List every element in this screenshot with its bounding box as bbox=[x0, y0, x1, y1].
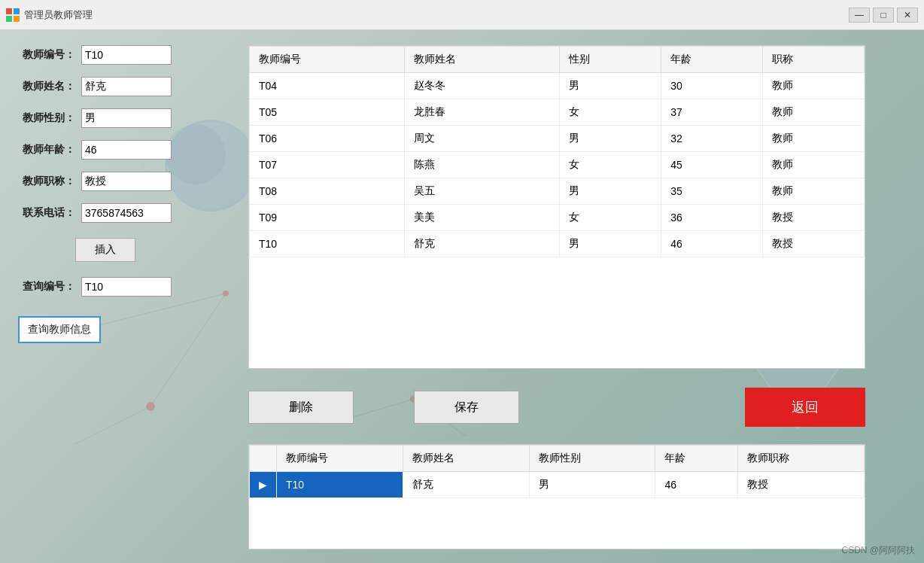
table-cell-name: 吴五 bbox=[405, 178, 560, 205]
teacher-age-label: 教师年龄： bbox=[15, 143, 75, 157]
minimize-button[interactable]: — bbox=[849, 8, 870, 23]
table-cell-age: 36 bbox=[661, 205, 763, 231]
teacher-name-input[interactable] bbox=[81, 77, 172, 96]
query-id-row: 查询编号： bbox=[15, 277, 226, 297]
query-cell-id: T10 bbox=[277, 472, 403, 498]
col-header-id: 教师编号 bbox=[250, 47, 405, 73]
query-cell-age: 46 bbox=[655, 472, 738, 498]
teacher-name-label: 教师姓名： bbox=[15, 80, 75, 93]
teacher-gender-row: 教师性别： bbox=[15, 108, 226, 128]
action-buttons: 删除 保存 返回 bbox=[248, 388, 865, 427]
table-cell-age: 32 bbox=[661, 126, 763, 152]
teacher-id-row: 教师编号： bbox=[15, 45, 226, 65]
query-cell-gender: 男 bbox=[529, 472, 655, 498]
save-button[interactable]: 保存 bbox=[414, 391, 519, 424]
table-cell-id: T06 bbox=[250, 126, 405, 152]
table-cell-name: 赵冬冬 bbox=[405, 73, 560, 99]
col-header-title: 职称 bbox=[763, 47, 865, 73]
query-cell-name: 舒克 bbox=[403, 472, 529, 498]
table-cell-id: T04 bbox=[250, 73, 405, 99]
watermark: CSDN @阿阿阿扶 bbox=[841, 544, 915, 557]
table-row[interactable]: T08吴五男35教师 bbox=[250, 178, 865, 205]
main-table-body: T04赵冬冬男30教师T05龙胜春女37教师T06周文男32教师T07陈燕女45… bbox=[250, 73, 865, 257]
table-row[interactable]: T10舒克男46教授 bbox=[250, 231, 865, 257]
maximize-button[interactable]: □ bbox=[873, 8, 894, 23]
main-data-table: 教师编号 教师姓名 性别 年龄 职称 T04赵冬冬男30教师T05龙胜春女37教… bbox=[249, 46, 865, 257]
row-indicator: ▶ bbox=[250, 472, 277, 498]
table-cell-title: 教师 bbox=[763, 99, 865, 126]
col-header-gender: 性别 bbox=[560, 47, 661, 73]
window-controls: — □ ✕ bbox=[849, 8, 918, 23]
svg-rect-3 bbox=[14, 16, 20, 22]
query-cell-title: 教授 bbox=[738, 472, 865, 498]
table-cell-id: T09 bbox=[250, 205, 405, 231]
table-row[interactable]: T09美美女36教授 bbox=[250, 205, 865, 231]
main-area: 教师编号： 教师姓名： 教师性别： 教师年龄： 教师职称： 联系电话： 插入 查… bbox=[0, 30, 924, 563]
teacher-title-row: 教师职称： bbox=[15, 172, 226, 191]
query-col-header-id: 教师编号 bbox=[277, 446, 403, 472]
col-header-age: 年龄 bbox=[661, 47, 763, 73]
delete-button[interactable]: 删除 bbox=[248, 391, 354, 424]
query-col-header-title: 教师职称 bbox=[738, 446, 865, 472]
table-cell-age: 30 bbox=[661, 73, 763, 99]
teacher-gender-label: 教师性别： bbox=[15, 111, 75, 125]
table-cell-id: T08 bbox=[250, 178, 405, 205]
table-cell-id: T07 bbox=[250, 152, 405, 178]
main-table-scroll[interactable]: 教师编号 教师姓名 性别 年龄 职称 T04赵冬冬男30教师T05龙胜春女37教… bbox=[249, 46, 865, 368]
main-table-area: 教师编号 教师姓名 性别 年龄 职称 T04赵冬冬男30教师T05龙胜春女37教… bbox=[248, 45, 865, 369]
col-header-name: 教师姓名 bbox=[405, 47, 560, 73]
table-cell-age: 46 bbox=[661, 231, 763, 257]
table-cell-gender: 男 bbox=[560, 126, 661, 152]
insert-button[interactable]: 插入 bbox=[75, 238, 135, 262]
table-cell-gender: 女 bbox=[560, 152, 661, 178]
query-table-row[interactable]: ▶T10舒克男46教授 bbox=[250, 472, 865, 498]
teacher-name-row: 教师姓名： bbox=[15, 77, 226, 96]
table-cell-name: 龙胜春 bbox=[405, 99, 560, 126]
svg-point-11 bbox=[146, 402, 155, 411]
teacher-age-row: 教师年龄： bbox=[15, 140, 226, 160]
teacher-gender-input[interactable] bbox=[81, 108, 172, 128]
query-teacher-button[interactable]: 查询教师信息 bbox=[18, 316, 101, 343]
query-col-header-indicator bbox=[250, 446, 277, 472]
table-row[interactable]: T07陈燕女45教师 bbox=[250, 152, 865, 178]
table-cell-age: 37 bbox=[661, 99, 763, 126]
query-result-table: 教师编号 教师姓名 教师性别 年龄 教师职称 ▶T10舒克男46教授 bbox=[249, 445, 865, 498]
table-cell-id: T05 bbox=[250, 99, 405, 126]
teacher-phone-row: 联系电话： bbox=[15, 203, 226, 223]
teacher-id-input[interactable] bbox=[81, 45, 172, 65]
teacher-title-input[interactable] bbox=[81, 172, 172, 191]
query-col-header-gender: 教师性别 bbox=[529, 446, 655, 472]
table-cell-name: 陈燕 bbox=[405, 152, 560, 178]
table-row[interactable]: T04赵冬冬男30教师 bbox=[250, 73, 865, 99]
table-row[interactable]: T06周文男32教师 bbox=[250, 126, 865, 152]
table-cell-name: 周文 bbox=[405, 126, 560, 152]
table-cell-title: 教授 bbox=[763, 231, 865, 257]
teacher-age-input[interactable] bbox=[81, 140, 172, 160]
query-table-body: ▶T10舒克男46教授 bbox=[250, 472, 865, 498]
window-title: 管理员教师管理 bbox=[24, 8, 93, 22]
left-panel: 教师编号： 教师姓名： 教师性别： 教师年龄： 教师职称： 联系电话： 插入 查… bbox=[15, 45, 226, 343]
table-cell-title: 教师 bbox=[763, 73, 865, 99]
table-cell-gender: 女 bbox=[560, 205, 661, 231]
table-cell-age: 45 bbox=[661, 152, 763, 178]
table-header-row: 教师编号 教师姓名 性别 年龄 职称 bbox=[250, 47, 865, 73]
svg-rect-0 bbox=[6, 8, 12, 14]
query-id-label: 查询编号： bbox=[15, 280, 75, 294]
query-section: 查询编号： 查询教师信息 bbox=[15, 277, 226, 343]
close-button[interactable]: ✕ bbox=[897, 8, 918, 23]
table-cell-age: 35 bbox=[661, 178, 763, 205]
query-col-header-name: 教师姓名 bbox=[403, 446, 529, 472]
query-id-input[interactable] bbox=[81, 277, 172, 297]
table-row[interactable]: T05龙胜春女37教师 bbox=[250, 99, 865, 126]
table-cell-title: 教师 bbox=[763, 126, 865, 152]
svg-line-9 bbox=[75, 406, 150, 444]
teacher-phone-input[interactable] bbox=[81, 203, 172, 223]
table-cell-title: 教师 bbox=[763, 178, 865, 205]
teacher-phone-label: 联系电话： bbox=[15, 206, 75, 220]
return-button[interactable]: 返回 bbox=[745, 388, 865, 427]
teacher-id-label: 教师编号： bbox=[15, 48, 75, 62]
table-cell-gender: 男 bbox=[560, 178, 661, 205]
query-table-header-row: 教师编号 教师姓名 教师性别 年龄 教师职称 bbox=[250, 446, 865, 472]
table-cell-id: T10 bbox=[250, 231, 405, 257]
table-cell-name: 舒克 bbox=[405, 231, 560, 257]
